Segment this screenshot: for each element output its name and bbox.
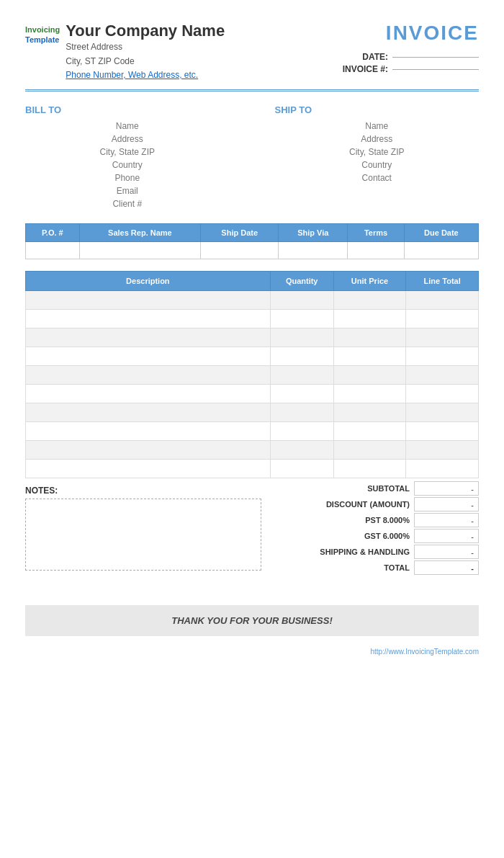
table-cell[interactable]	[406, 328, 479, 347]
thank-you-text: THANK YOU FOR YOUR BUSINESS!	[171, 615, 332, 626]
table-cell[interactable]	[333, 347, 406, 365]
bill-to-client: Client #	[25, 199, 230, 209]
notes-input[interactable]	[25, 499, 261, 571]
subtotal-value: -	[414, 481, 479, 496]
table-cell[interactable]	[270, 365, 333, 384]
subtotal-row: SUBTOTAL -	[270, 481, 479, 496]
thank-you-banner: THANK YOU FOR YOUR BUSINESS!	[25, 605, 479, 636]
phone-web[interactable]: Phone Number, Web Address, etc.	[66, 70, 198, 80]
table-cell[interactable]	[26, 459, 271, 478]
table-cell[interactable]	[26, 309, 271, 328]
ship-to-title: SHIP TO	[275, 104, 480, 115]
subtotal-label: SUBTOTAL	[270, 484, 414, 493]
table-row	[26, 309, 479, 328]
company-name: Your Company Name	[66, 22, 225, 40]
table-cell[interactable]	[270, 347, 333, 365]
date-value[interactable]	[392, 57, 479, 58]
invoice-num-value[interactable]	[392, 69, 479, 70]
logo: Invoicing Template	[25, 24, 60, 45]
date-row: DATE:	[343, 52, 479, 62]
table-cell[interactable]	[406, 347, 479, 365]
pst-value: -	[414, 513, 479, 527]
gst-label: GST 6.000%	[270, 532, 414, 540]
table-cell[interactable]	[270, 328, 333, 347]
order-terms[interactable]	[348, 241, 405, 259]
logo-template: Template	[25, 35, 59, 44]
table-cell[interactable]	[406, 403, 479, 421]
table-cell[interactable]	[333, 440, 406, 459]
table-cell[interactable]	[26, 328, 271, 347]
table-cell[interactable]	[333, 421, 406, 440]
table-cell[interactable]	[26, 440, 271, 459]
logo-invoicing: Invoicing	[25, 25, 60, 34]
bill-to-email: Email	[25, 186, 230, 196]
ship-to-country: Country	[275, 160, 480, 170]
table-cell[interactable]	[270, 384, 333, 403]
notes-block: NOTES:	[25, 478, 261, 571]
date-label: DATE:	[362, 52, 388, 62]
notes-label: NOTES:	[25, 486, 261, 496]
table-row	[26, 328, 479, 347]
table-cell[interactable]	[270, 309, 333, 328]
table-cell[interactable]	[333, 328, 406, 347]
table-cell[interactable]	[333, 365, 406, 384]
bill-to-title: BILL TO	[25, 104, 230, 115]
table-cell[interactable]	[406, 384, 479, 403]
table-cell[interactable]	[406, 290, 479, 309]
table-row	[26, 421, 479, 440]
col-unit-price: Unit Price	[333, 271, 406, 290]
order-ship-via[interactable]	[279, 241, 348, 259]
total-label: TOTAL	[270, 563, 414, 572]
table-cell[interactable]	[406, 459, 479, 478]
col-quantity: Quantity	[270, 271, 333, 290]
table-cell[interactable]	[406, 365, 479, 384]
table-cell[interactable]	[270, 421, 333, 440]
table-cell[interactable]	[333, 309, 406, 328]
invoice-num-row: INVOICE #:	[343, 64, 479, 74]
bill-to-country: Country	[25, 160, 230, 170]
table-cell[interactable]	[26, 421, 271, 440]
table-cell[interactable]	[270, 440, 333, 459]
ship-to-address: Address	[275, 134, 480, 144]
table-row	[26, 459, 479, 478]
table-cell[interactable]	[270, 459, 333, 478]
table-cell[interactable]	[406, 309, 479, 328]
header-divider	[25, 89, 479, 91]
shipping-row: SHIPPING & HANDLING -	[270, 545, 479, 559]
street-address: Street Address	[66, 40, 225, 54]
table-cell[interactable]	[333, 384, 406, 403]
table-cell[interactable]	[333, 290, 406, 309]
totals-section: NOTES: SUBTOTAL - DISCOUNT (AMOUNT) - PS…	[25, 478, 479, 576]
order-due-date[interactable]	[404, 241, 478, 259]
header-meta: DATE: INVOICE #:	[343, 52, 479, 74]
col-description: Description	[26, 271, 271, 290]
table-cell[interactable]	[333, 459, 406, 478]
table-cell[interactable]	[26, 384, 271, 403]
table-cell[interactable]	[26, 347, 271, 365]
ship-to-contact: Contact	[275, 173, 480, 183]
table-cell[interactable]	[26, 403, 271, 421]
order-sales-rep[interactable]	[79, 241, 201, 259]
items-table: Description Quantity Unit Price Line Tot…	[25, 271, 479, 478]
ship-to-city: City, State ZIP	[275, 147, 480, 157]
address-section: BILL TO Name Address City, State ZIP Cou…	[25, 104, 479, 212]
table-cell[interactable]	[26, 290, 271, 309]
bill-to-phone: Phone	[25, 173, 230, 183]
table-cell[interactable]	[333, 403, 406, 421]
col-po: P.O. #	[26, 223, 80, 241]
table-cell[interactable]	[26, 365, 271, 384]
table-cell[interactable]	[406, 421, 479, 440]
company-block: Invoicing Template Your Company Name Str…	[25, 22, 225, 82]
table-row	[26, 403, 479, 421]
city-state-zip: City, ST ZIP Code	[66, 55, 225, 68]
table-cell[interactable]	[270, 403, 333, 421]
col-line-total: Line Total	[406, 271, 479, 290]
watermark: http://www.InvoicingTemplate.com	[25, 648, 479, 656]
order-po[interactable]	[26, 241, 80, 259]
table-row	[26, 365, 479, 384]
table-cell[interactable]	[406, 440, 479, 459]
col-terms: Terms	[348, 223, 405, 241]
table-cell[interactable]	[270, 290, 333, 309]
order-table: P.O. # Sales Rep. Name Ship Date Ship Vi…	[25, 223, 479, 259]
order-ship-date[interactable]	[201, 241, 279, 259]
